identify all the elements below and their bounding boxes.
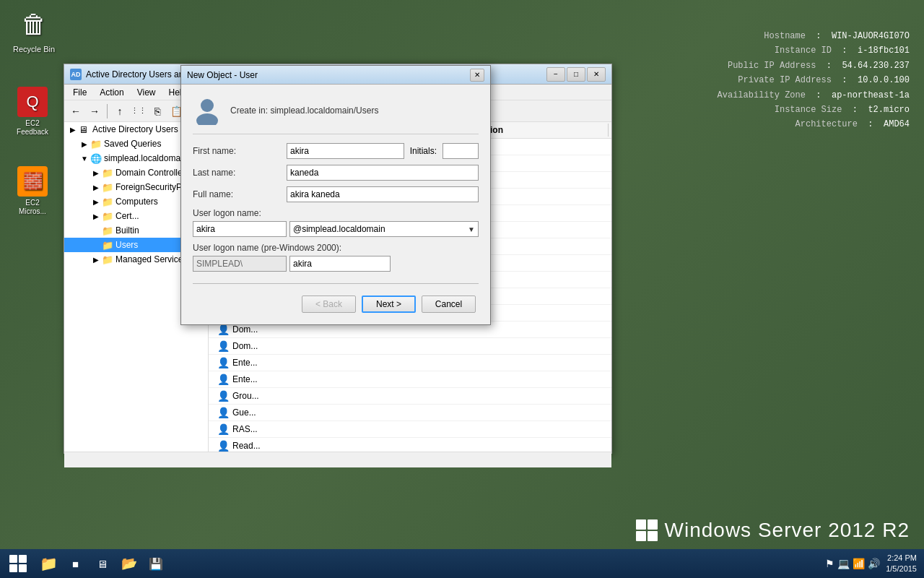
tray-volume-icon: 🔊 xyxy=(868,558,880,569)
tree-expand-cert[interactable]: ▶ xyxy=(90,210,102,222)
row-icon: 👤 xyxy=(217,357,230,368)
instance-id-label: Instance ID xyxy=(775,46,832,56)
system-info: Hostname : WIN-JAUOR4GI07O Instance ID :… xyxy=(718,29,910,132)
cell-type xyxy=(341,395,450,397)
ec2-micros-icon[interactable]: 🧱 EC2Micros... xyxy=(7,166,58,216)
hostname-value: WIN-JAUOR4GI07O xyxy=(832,31,910,41)
dialog-close-button[interactable]: ✕ xyxy=(470,69,484,82)
first-name-input[interactable] xyxy=(287,143,404,159)
tree-expand-builtin xyxy=(90,225,102,236)
initials-group: Initials: xyxy=(287,143,479,159)
user-logon-input[interactable] xyxy=(193,221,287,237)
dialog-header-section: Create in: simplead.localdomain/Users xyxy=(193,96,479,134)
cell-desc xyxy=(450,329,609,330)
tree-label-builtin: Builtin xyxy=(116,225,139,236)
menu-file[interactable]: File xyxy=(67,86,92,99)
taskbar-cmd[interactable]: ■ xyxy=(63,551,88,577)
svg-point-0 xyxy=(201,99,214,112)
toolbar-back[interactable]: ← xyxy=(67,103,84,120)
pre-win-name-input[interactable] xyxy=(289,256,391,272)
create-in-path: simplead.localdomain/Users xyxy=(270,105,378,116)
table-row[interactable]: 👤 Ente... xyxy=(209,371,611,388)
taskbar-folder[interactable]: 📂 xyxy=(116,551,141,577)
tree-expand-msa[interactable]: ▶ xyxy=(90,254,102,265)
tree-folder-computers: 📁 xyxy=(102,197,113,207)
cell-type xyxy=(341,379,450,380)
tree-expand-root[interactable]: ▶ xyxy=(67,124,79,135)
date-display: 1/5/2015 xyxy=(886,564,917,574)
table-row[interactable]: 👤 Read... xyxy=(209,438,611,452)
taskbar-db[interactable]: 💾 xyxy=(143,551,168,577)
last-name-label: Last name: xyxy=(193,168,287,178)
tree-folder-dc: 📁 xyxy=(102,168,113,178)
tree-folder-fsp: 📁 xyxy=(102,182,113,192)
row-name: Read... xyxy=(232,441,261,451)
tree-expand-fsp[interactable]: ▶ xyxy=(90,181,102,193)
cell-desc xyxy=(450,362,609,363)
initials-input[interactable] xyxy=(443,143,479,159)
tree-folder-builtin: 📁 xyxy=(102,225,113,236)
pre-win2000-label: User logon name (pre-Windows 2000): xyxy=(193,243,341,253)
cell-desc xyxy=(450,412,609,413)
cell-type xyxy=(341,329,450,330)
table-row[interactable]: 👤 Ente... xyxy=(209,355,611,371)
win-server-text: Windows Server 2012 R2 xyxy=(665,519,910,542)
back-button[interactable]: < Back xyxy=(302,296,356,313)
toolbar-forward[interactable]: → xyxy=(86,103,103,120)
domain-text: @simplead.localdomain xyxy=(293,224,468,234)
table-row[interactable]: 👤 RAS... xyxy=(209,421,611,438)
private-ip-value: 10.0.0.100 xyxy=(858,75,910,85)
cell-desc xyxy=(450,379,609,380)
row-name: Ente... xyxy=(232,374,258,384)
ec2-feedback-label: EC2Feedback xyxy=(17,119,48,137)
table-row[interactable]: 👤 Dom... xyxy=(209,338,611,355)
dialog-title-text: New Object - User xyxy=(187,70,258,80)
full-name-input[interactable] xyxy=(287,186,479,202)
maximize-button[interactable]: □ xyxy=(567,67,585,82)
tree-label-cert: Cert... xyxy=(116,211,139,221)
recycle-bin-icon[interactable]: 🗑 Recycle Bin xyxy=(13,7,55,53)
tray-flag-icon: ⚑ xyxy=(825,558,834,569)
close-button[interactable]: ✕ xyxy=(587,67,606,82)
minimize-button[interactable]: − xyxy=(546,67,565,82)
row-icon: 👤 xyxy=(217,374,230,385)
last-name-input[interactable] xyxy=(287,165,479,181)
cell-type xyxy=(341,345,450,347)
tree-expand-dc[interactable]: ▶ xyxy=(90,167,102,178)
table-row[interactable]: 👤 Grou... xyxy=(209,388,611,405)
create-in-label: Create in: xyxy=(230,105,268,116)
recycle-bin-image: 🗑 xyxy=(17,7,51,42)
tree-expand-sq[interactable]: ▶ xyxy=(79,138,90,150)
dialog-titlebar: New Object - User ✕ xyxy=(181,66,490,85)
toolbar-up[interactable]: ↑ xyxy=(111,103,128,120)
next-button[interactable]: Next > xyxy=(362,296,416,313)
tree-expand-computers[interactable]: ▶ xyxy=(90,196,102,207)
user-logon-label: User logon name: xyxy=(193,208,261,218)
user-logon-label-row: User logon name: xyxy=(193,208,479,218)
menu-view[interactable]: View xyxy=(131,86,162,99)
start-button[interactable] xyxy=(4,551,32,577)
cancel-button[interactable]: Cancel xyxy=(422,296,476,313)
toolbar-detail[interactable]: ⋮⋮ xyxy=(130,103,147,120)
tree-label-computers: Computers xyxy=(116,197,158,207)
ec2-feedback-icon[interactable]: Q EC2Feedback xyxy=(7,87,58,137)
cell-name: 👤 Gue... xyxy=(212,406,341,419)
taskbar-file-explorer[interactable]: 📁 xyxy=(36,551,61,577)
tree-expand-users xyxy=(90,239,102,251)
row-icon: 👤 xyxy=(217,407,230,418)
toolbar-copy[interactable]: ⎘ xyxy=(149,103,166,120)
hostname-label: Hostname xyxy=(764,31,806,41)
az-value: ap-northeast-1a xyxy=(832,90,910,100)
cell-name: 👤 Ente... xyxy=(212,356,341,369)
full-name-row: Full name: xyxy=(193,186,479,202)
domain-dropdown[interactable]: @simplead.localdomain ▼ xyxy=(289,221,479,237)
desktop: 🗑 Recycle Bin Q EC2Feedback 🧱 EC2Micros.… xyxy=(0,0,924,578)
tree-expand-domain[interactable]: ▼ xyxy=(79,152,90,164)
table-row[interactable]: 👤 Gue... xyxy=(209,405,611,421)
az-label: Availability Zone xyxy=(718,90,806,100)
menu-action[interactable]: Action xyxy=(94,86,129,99)
taskbar-powershell[interactable]: 🖥 xyxy=(90,551,115,577)
tree-folder-root: 🖥 xyxy=(79,124,90,134)
initials-label: Initials: xyxy=(410,146,437,156)
taskbar-right: ⚑ 💻 📶 🔊 2:24 PM 1/5/2015 xyxy=(825,553,920,575)
